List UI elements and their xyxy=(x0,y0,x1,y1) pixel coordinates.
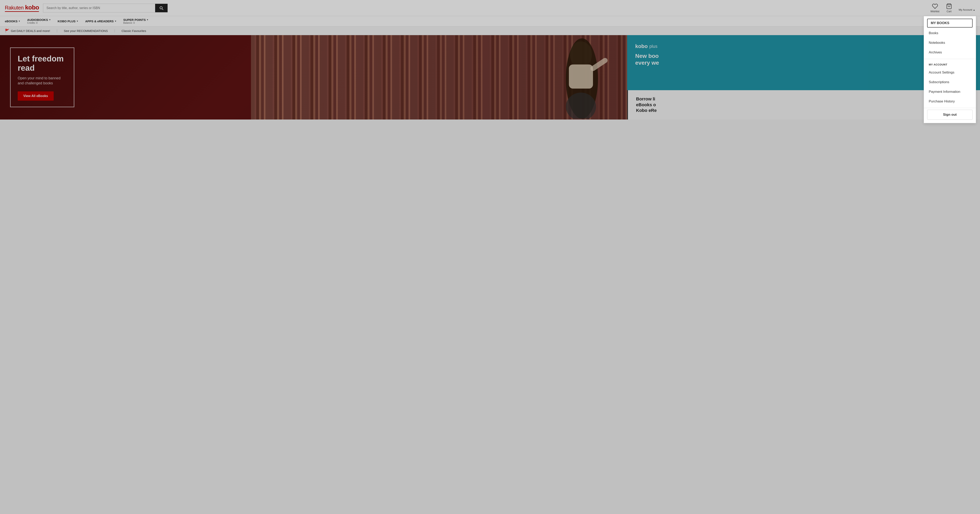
main-content: Let freedom read Open your mind to banne… xyxy=(0,35,980,119)
header-right: Wishlist Cart My Account ▲ xyxy=(931,3,975,13)
chevron-down-icon: ▾ xyxy=(147,19,148,21)
nav-audiobooks-label: AUDIOBOOKS ▾ xyxy=(27,18,50,22)
hero-title: Let freedom read xyxy=(18,54,67,73)
hero-banner: Let freedom read Open your mind to banne… xyxy=(0,35,627,119)
nav-koboplus[interactable]: KOBO PLUS ▾ xyxy=(58,19,78,23)
cart-button[interactable]: Cart xyxy=(946,3,952,13)
search-bar xyxy=(43,4,168,13)
nav-koboplus-label: KOBO PLUS ▾ xyxy=(58,19,78,23)
nav-superpoints-balance: Balance: 0 xyxy=(123,22,148,24)
borrow-title: Borrow li eBooks o Kobo eRe xyxy=(636,96,972,114)
svg-rect-6 xyxy=(569,65,593,89)
cart-icon xyxy=(946,3,952,9)
chevron-down-icon: ▾ xyxy=(19,20,20,22)
hero-frame: Let freedom read Open your mind to banne… xyxy=(10,48,74,107)
promo-separator-1: | xyxy=(56,29,57,33)
search-icon xyxy=(159,6,164,10)
plus-logo-text: plus xyxy=(649,44,657,49)
dropdown-archives[interactable]: Archives xyxy=(924,48,976,57)
dropdown-subscriptions[interactable]: Subscriptions xyxy=(924,77,976,87)
my-account-button[interactable]: My Account ▲ xyxy=(959,5,975,11)
cart-label: Cart xyxy=(947,10,952,13)
flag-icon: 🚩 xyxy=(5,29,9,33)
promo-separator-2: | xyxy=(114,29,115,33)
wishlist-button[interactable]: Wishlist xyxy=(931,3,939,13)
chevron-down-icon: ▾ xyxy=(115,20,116,22)
nav-apps-label: APPS & eREADERS ▾ xyxy=(85,19,116,23)
header: Rakuten kobo Wishlist xyxy=(0,0,980,16)
logo-rakuten: Rakuten xyxy=(5,5,24,11)
wishlist-label: Wishlist xyxy=(931,10,939,13)
chevron-down-icon: ▾ xyxy=(77,20,78,22)
chevron-down-icon: ▾ xyxy=(49,19,51,21)
promo-daily-deals-text: Get DAILY DEALS and more! xyxy=(11,29,50,33)
dropdown-my-books-active[interactable]: MY BOOKS xyxy=(927,19,972,27)
kobo-plus-logo: kobo plus xyxy=(635,43,972,49)
nav-ebooks[interactable]: eBOOKS ▾ xyxy=(5,19,20,23)
dropdown-purchase-history[interactable]: Purchase History xyxy=(924,97,976,106)
dropdown-sign-out[interactable]: Sign out xyxy=(927,109,972,119)
svg-point-0 xyxy=(160,6,162,9)
logo-text: Rakuten kobo xyxy=(5,4,39,11)
nav-ebooks-label: eBOOKS ▾ xyxy=(5,19,20,23)
logo[interactable]: Rakuten kobo xyxy=(5,4,39,12)
promo-classic-text: Classic Favourites xyxy=(122,29,146,33)
nav-audiobooks[interactable]: AUDIOBOOKS ▾ Credits: 0 xyxy=(27,18,50,24)
dropdown-payment-information[interactable]: Payment Information xyxy=(924,87,976,97)
account-dropdown: MY BOOKS Books Notebooks Archives MY ACC… xyxy=(924,16,976,119)
heart-icon xyxy=(932,3,938,9)
dropdown-notebooks[interactable]: Notebooks xyxy=(924,38,976,48)
dropdown-my-account-section: MY ACCOUNT xyxy=(924,61,976,68)
hero-person-silhouette xyxy=(551,38,611,119)
my-account-label: My Account xyxy=(959,8,972,11)
search-input[interactable] xyxy=(43,4,155,12)
hero-subtitle: Open your mind to banned and challenged … xyxy=(18,76,67,86)
search-button[interactable] xyxy=(155,4,168,12)
promo-recommendations-text: See your RECOMMENDATIONS xyxy=(64,29,108,33)
promo-daily-deals[interactable]: 🚩 Get DAILY DEALS and more! xyxy=(5,29,50,33)
kobo-plus-tagline: New boo every we xyxy=(635,52,972,66)
promo-classic-favourites[interactable]: Classic Favourites xyxy=(122,29,146,33)
dropdown-books[interactable]: Books xyxy=(924,28,976,38)
chevron-up-icon: ▲ xyxy=(973,9,975,11)
promo-bar: 🚩 Get DAILY DEALS and more! | See your R… xyxy=(0,27,980,35)
nav-bar: eBOOKS ▾ AUDIOBOOKS ▾ Credits: 0 KOBO PL… xyxy=(0,16,980,27)
nav-audiobooks-credits: Credits: 0 xyxy=(27,22,50,24)
dropdown-account-settings[interactable]: Account Settings xyxy=(924,68,976,77)
nav-apps[interactable]: APPS & eREADERS ▾ xyxy=(85,19,116,23)
logo-kobo: kobo xyxy=(25,4,39,11)
nav-superpoints[interactable]: SUPER POINTS ▾ Balance: 0 xyxy=(123,18,148,24)
view-all-ebooks-button[interactable]: View All eBooks xyxy=(18,91,54,101)
svg-line-1 xyxy=(162,9,163,10)
promo-recommendations[interactable]: See your RECOMMENDATIONS xyxy=(64,29,108,33)
kobo-logo-text: kobo xyxy=(635,43,648,49)
nav-superpoints-label: SUPER POINTS ▾ xyxy=(123,18,148,22)
hero-text-area: Let freedom read Open your mind to banne… xyxy=(0,40,84,115)
